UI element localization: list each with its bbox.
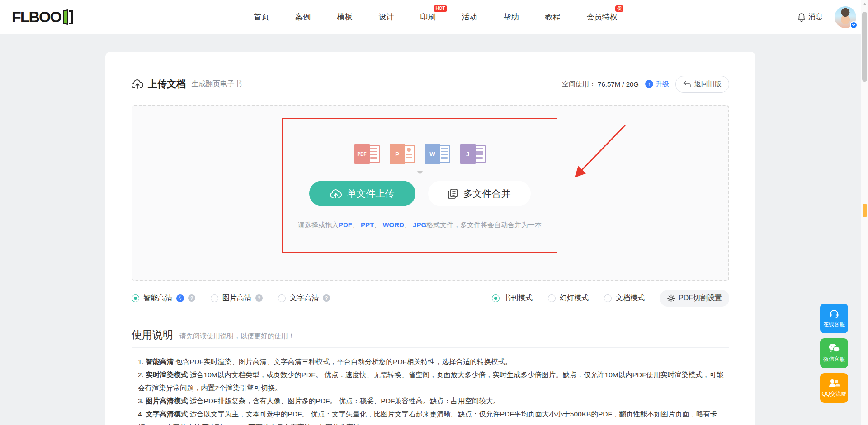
bell-icon (797, 13, 806, 22)
headset-icon (829, 308, 840, 318)
instructions-title: 使用说明 (132, 328, 173, 342)
list-item: 3. 图片高清模式 适合PDF排版复杂，含有人像、图片多的PDF。 优点：稳妥、… (132, 394, 729, 407)
scrollbar-marker (863, 204, 867, 217)
scroll-up-arrow[interactable] (863, 3, 867, 5)
list-item: 4. 文字高清模式 适合以文字为主，文本可选中的PDF。 优点：文字矢量化，比图… (132, 407, 729, 425)
online-service-button[interactable]: 在线客服 (820, 304, 848, 333)
triangle-down-icon (417, 171, 423, 174)
qq-group-button[interactable]: QQ交流群 (820, 373, 848, 403)
space-usage-value: 76.57M / 20G (598, 80, 639, 88)
floating-contact-stack: 在线客服 微信客服 QQ交流群 (820, 304, 848, 403)
upload-cloud-icon (132, 79, 143, 89)
word-file-icon: W (425, 144, 450, 164)
radio-circle (604, 294, 612, 302)
chevron-down-icon (852, 23, 856, 27)
merge-files-button[interactable]: 多文件合并 (428, 181, 531, 206)
pdf-split-settings-button[interactable]: PDF切割设置 (660, 290, 729, 307)
upload-cloud-icon (330, 189, 342, 199)
radio-circle (548, 294, 556, 302)
member-badge (850, 21, 858, 29)
promo-badge: 促 (615, 5, 623, 12)
instructions-subtitle: 请先阅读使用说明，以便更好的使用！ (179, 332, 295, 341)
red-annotation-arrow (553, 119, 634, 184)
return-arrow-icon (683, 81, 691, 87)
upload-controls: PDF P W J (282, 118, 557, 229)
nav-item-print[interactable]: 印刷 HOT (420, 12, 435, 22)
nav-item-tutorial[interactable]: 教程 (545, 12, 560, 22)
options-row: 智能高清 荐 ? 图片高清 ? 文字高清 ? 书刊模式 幻灯模式 (132, 291, 729, 305)
messages-button[interactable]: 消息 (797, 12, 823, 22)
radio-circle (492, 294, 500, 302)
nav-item-help[interactable]: 帮助 (503, 12, 519, 22)
radio-book-mode[interactable]: 书刊模式 (492, 294, 533, 303)
help-icon[interactable]: ? (188, 294, 195, 302)
instructions-list: 1. 智能高清 包含PDF实时渲染、图片高清、文字高清三种模式，平台自动分析您的… (132, 355, 729, 425)
file-type-icons: PDF P W J (354, 144, 486, 164)
panel-title-row: 上传文档 生成翻页电子书 空间使用： 76.57M / 20G ↑ 升级 返回旧… (132, 75, 729, 93)
nav-item-design[interactable]: 设计 (378, 12, 394, 22)
upgrade-label: 升级 (656, 80, 669, 89)
nav-item-activity[interactable]: 活动 (462, 12, 477, 22)
radio-image-hd[interactable]: 图片高清 ? (211, 294, 263, 303)
user-avatar[interactable] (835, 6, 856, 28)
upload-panel: 上传文档 生成翻页电子书 空间使用： 76.57M / 20G ↑ 升级 返回旧… (105, 52, 755, 425)
mode-options: 书刊模式 幻灯模式 文档模式 PDF切割设置 (492, 290, 729, 307)
upgrade-arrow-icon: ↑ (645, 80, 653, 88)
quality-options: 智能高清 荐 ? 图片高清 ? 文字高清 ? (132, 294, 330, 303)
upload-dropzone[interactable]: PDF P W J (132, 105, 729, 281)
jpg-file-icon: J (460, 144, 486, 164)
pdf-file-icon: PDF (354, 144, 380, 164)
instructions-header: 使用说明 请先阅读使用说明，以便更好的使用！ (132, 328, 729, 342)
radio-slide-mode[interactable]: 幻灯模式 (548, 294, 589, 303)
messages-label: 消息 (808, 12, 823, 22)
main-nav: 首页 案例 模板 设计 印刷 HOT 活动 帮助 教程 会员特权 促 (74, 12, 797, 22)
people-group-icon (828, 378, 840, 388)
radio-smart-hd[interactable]: 智能高清 荐 ? (132, 294, 195, 303)
header-right: 消息 (797, 6, 856, 28)
scrollbar-thumb[interactable] (862, 12, 867, 82)
ppt-file-icon: P (390, 144, 415, 164)
book-mark-icon (62, 9, 74, 25)
radio-circle (278, 294, 286, 302)
hot-badge: HOT (434, 5, 447, 12)
list-item: 2. 实时渲染模式 适合10M以内文档类型，或页数少的PDF。 优点：速度快、无… (132, 368, 729, 394)
gear-icon (667, 294, 675, 302)
top-header: FLBOO 首页 案例 模板 设计 印刷 HOT 活动 帮助 教程 会员特权 促… (0, 0, 868, 34)
recommend-badge: 荐 (176, 294, 184, 302)
upload-hint-text: 请选择或拖入PDF、 PPT、 WORD、 JPG格式文件，多文件将会自动合并为… (298, 221, 542, 229)
radio-circle (211, 294, 218, 302)
back-to-old-label: 返回旧版 (694, 80, 722, 89)
back-to-old-button[interactable]: 返回旧版 (675, 76, 729, 93)
radio-circle (132, 294, 139, 302)
page-title: 上传文档 (148, 78, 186, 90)
flbook-logo[interactable]: FLBOO (12, 8, 74, 26)
page-subtitle: 生成翻页电子书 (191, 79, 242, 89)
divider (132, 347, 729, 348)
logo-text: FLBOO (12, 8, 61, 26)
nav-item-templates[interactable]: 模板 (337, 12, 352, 22)
radio-text-hd[interactable]: 文字高清 ? (278, 294, 330, 303)
upgrade-link[interactable]: ↑ 升级 (645, 80, 669, 89)
space-usage-label: 空间使用： (562, 80, 596, 89)
nav-item-cases[interactable]: 案例 (295, 12, 311, 22)
wechat-service-button[interactable]: 微信客服 (820, 338, 848, 368)
wechat-icon (828, 343, 840, 353)
help-icon[interactable]: ? (255, 294, 263, 302)
single-upload-button[interactable]: 单文件上传 (309, 181, 415, 206)
multi-document-icon (448, 188, 458, 199)
nav-item-vip[interactable]: 会员特权 促 (586, 12, 617, 22)
nav-item-home[interactable]: 首页 (254, 12, 269, 22)
radio-document-mode[interactable]: 文档模式 (604, 294, 645, 303)
list-item: 1. 智能高清 包含PDF实时渲染、图片高清、文字高清三种模式，平台自动分析您的… (132, 355, 729, 368)
help-icon[interactable]: ? (323, 294, 330, 302)
page-scrollbar[interactable] (861, 0, 868, 425)
